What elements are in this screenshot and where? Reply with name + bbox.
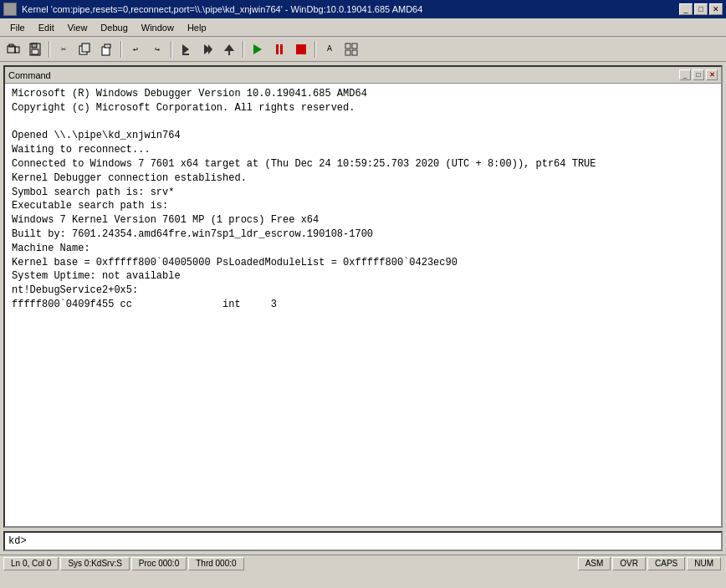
toolbar-step-over[interactable] xyxy=(197,40,217,59)
toolbar: ✂ ↩ ↪ A xyxy=(0,37,726,62)
panel-close-button[interactable]: ✕ xyxy=(706,69,718,80)
svg-marker-14 xyxy=(224,44,234,51)
toolbar-step-in[interactable] xyxy=(176,40,196,59)
svg-rect-22 xyxy=(345,50,350,55)
toolbar-cut[interactable]: ✂ xyxy=(54,40,74,59)
command-input[interactable] xyxy=(30,535,718,547)
menu-view[interactable]: View xyxy=(61,21,95,34)
menu-edit[interactable]: Edit xyxy=(32,21,61,34)
prompt-label: kd> xyxy=(8,535,27,547)
status-bar: Ln 0, Col 0 Sys 0:KdSrv:S Proc 000:0 Thr… xyxy=(0,555,726,571)
toolbar-sep-2 xyxy=(120,41,122,58)
menu-help[interactable]: Help xyxy=(181,21,213,34)
toolbar-go[interactable] xyxy=(248,40,268,59)
menu-window[interactable]: Window xyxy=(135,21,181,34)
status-caps: CAPS xyxy=(647,557,685,570)
command-output: Microsoft (R) Windows Debugger Version 1… xyxy=(5,84,721,526)
command-panel: Command _ □ ✕ Microsoft (R) Windows Debu… xyxy=(3,65,723,528)
menu-debug[interactable]: Debug xyxy=(94,21,134,34)
menu-file[interactable]: File xyxy=(3,21,32,34)
status-position: Ln 0, Col 0 xyxy=(3,557,59,570)
toolbar-workspace[interactable] xyxy=(341,40,361,59)
toolbar-font[interactable]: A xyxy=(320,40,340,59)
svg-rect-4 xyxy=(32,43,37,48)
toolbar-step-out[interactable] xyxy=(219,40,239,59)
toolbar-open[interactable] xyxy=(3,40,23,59)
svg-rect-19 xyxy=(296,44,306,54)
status-ovr: OVR xyxy=(612,557,646,570)
minimize-button[interactable]: _ xyxy=(679,3,693,15)
command-panel-header: Command _ □ ✕ xyxy=(5,67,721,84)
app-icon xyxy=(3,3,17,16)
command-panel-title: Command xyxy=(8,70,51,80)
input-area[interactable]: kd> xyxy=(3,531,723,551)
status-thrd: Thrd 000:0 xyxy=(188,557,243,570)
toolbar-paste[interactable] xyxy=(97,40,117,59)
toolbar-stop[interactable] xyxy=(291,40,311,59)
svg-rect-23 xyxy=(352,50,357,55)
toolbar-copy[interactable] xyxy=(75,40,95,59)
main-area: Command _ □ ✕ Microsoft (R) Windows Debu… xyxy=(0,62,726,531)
svg-rect-5 xyxy=(32,49,38,54)
toolbar-undo[interactable]: ↩ xyxy=(125,40,146,59)
svg-rect-2 xyxy=(15,47,19,53)
window-title: Kernel 'com:pipe,resets=0,reconnect,port… xyxy=(22,4,422,14)
status-sys: Sys 0:KdSrv:S xyxy=(60,557,129,570)
title-bar: Kernel 'com:pipe,resets=0,reconnect,port… xyxy=(0,0,726,18)
panel-maximize-button[interactable]: □ xyxy=(693,69,704,80)
svg-rect-17 xyxy=(276,44,279,54)
toolbar-redo[interactable]: ↪ xyxy=(147,40,167,59)
svg-rect-7 xyxy=(82,43,89,52)
menu-bar: File Edit View Debug Window Help xyxy=(0,18,726,37)
close-button[interactable]: ✕ xyxy=(709,3,723,15)
toolbar-sep-4 xyxy=(243,41,244,58)
svg-marker-10 xyxy=(182,44,189,54)
toolbar-sep-1 xyxy=(49,41,50,58)
svg-rect-21 xyxy=(352,43,357,49)
panel-minimize-button[interactable]: _ xyxy=(679,69,691,80)
toolbar-sep-3 xyxy=(171,41,172,58)
status-proc: Proc 000:0 xyxy=(131,557,187,570)
maximize-button[interactable]: □ xyxy=(694,3,708,15)
svg-rect-18 xyxy=(280,44,283,54)
toolbar-sep-5 xyxy=(314,41,316,58)
svg-marker-13 xyxy=(208,44,212,54)
svg-rect-9 xyxy=(105,44,110,48)
svg-marker-16 xyxy=(253,44,262,54)
status-num: NUM xyxy=(687,557,721,570)
svg-rect-20 xyxy=(345,43,350,49)
toolbar-save[interactable] xyxy=(25,40,45,59)
toolbar-break[interactable] xyxy=(269,40,289,59)
status-asm: ASM xyxy=(578,557,611,570)
